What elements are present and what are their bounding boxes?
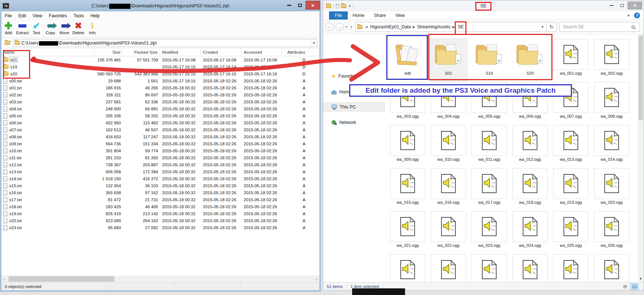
address-dropdown-button[interactable]: ▼	[311, 39, 317, 47]
table-row[interactable]: s20.txt923 089264 1622015-05-18 00:32201…	[1, 217, 319, 224]
sidebar-item-network[interactable]: Network	[323, 118, 385, 127]
scroll-down-icon[interactable]: ▼	[638, 277, 644, 281]
audio-file-tile[interactable]: wa_014.ogg	[593, 125, 630, 167]
breadcrumb-collapse[interactable]: «	[364, 24, 369, 29]
audio-file-tile[interactable]: wa_001.ogg	[552, 39, 589, 81]
explorer-titlebar[interactable]: SE | ▼ | ×	[323, 0, 644, 11]
audio-file-tile[interactable]: wa_020.ogg	[593, 168, 630, 210]
folder-tile[interactable]: S01	[430, 39, 467, 81]
folder-tile[interactable]: S20	[512, 39, 548, 81]
table-row[interactable]: s05.txt205 33658 2022015-05-18 00:322015…	[1, 112, 319, 119]
audio-file-tile[interactable]: wa_025.ogg	[552, 211, 589, 253]
address-combobox[interactable]: C:\Users\Downloads\Higurashi\HigurashiPS…	[13, 39, 317, 47]
folder-tile[interactable]: edit	[389, 39, 426, 81]
audio-file-tile[interactable]: wa_023.ogg	[471, 211, 508, 253]
audio-file-tile[interactable]	[552, 254, 589, 282]
forward-button[interactable]: →	[336, 23, 344, 31]
help-button[interactable]: ?	[634, 13, 640, 18]
tab-home[interactable]: Home	[348, 11, 369, 19]
back-button[interactable]: ←	[325, 23, 333, 31]
menu-favorites[interactable]: Favorites	[46, 12, 70, 19]
table-row[interactable]: s08.txt416 653117 2472015-05-18 00:32201…	[1, 133, 319, 140]
table-row[interactable]: s01.txt186 91649 2652015-05-18 00:322015…	[1, 84, 319, 91]
menu-tools[interactable]: Tools	[70, 12, 87, 19]
breadcrumb-item[interactable]: StreamingAssets	[416, 24, 452, 29]
audio-file-tile[interactable]: wa_008.ogg	[593, 82, 630, 124]
maximize-button[interactable]	[294, 1, 305, 10]
scrollbar-thumb[interactable]	[638, 36, 643, 120]
table-row[interactable]: s00.txt29 6881 5612015-05-17 18:152015-0…	[1, 77, 319, 84]
close-button[interactable]: ×	[305, 1, 320, 10]
up-one-level-button[interactable]: ↑	[3, 39, 11, 47]
column-header-modified[interactable]: Modified	[160, 49, 200, 56]
move-button[interactable]: Move	[57, 20, 71, 37]
audio-file-tile[interactable]: wa_015.ogg	[389, 168, 426, 210]
audio-file-tile[interactable]: wa_009.ogg	[389, 125, 426, 167]
extract-button[interactable]: Extract	[15, 20, 29, 37]
breadcrumb-item[interactable]: HigurashiEp01_Data	[369, 24, 412, 29]
folder-tile[interactable]: S19	[471, 39, 508, 81]
table-row[interactable]: s03.txt237 58162 3362015-05-18 00:322015…	[1, 98, 319, 105]
column-header-size[interactable]: Size	[94, 49, 122, 56]
audio-file-tile[interactable]	[430, 254, 467, 282]
table-row[interactable]: s20580 093 725543 383 9662015-05-17 16:1…	[1, 70, 319, 77]
table-row[interactable]: s16.txt355 65897 1622015-05-18 00:322015…	[1, 189, 319, 196]
table-row[interactable]: s13.txt606 058172 3842015-05-18 00:32201…	[1, 168, 319, 175]
table-row[interactable]: s11.txt281 33381 3552015-05-18 00:322015…	[1, 154, 319, 161]
table-row[interactable]: s18.txt183 42946 4052015-05-18 00:322015…	[1, 203, 319, 210]
tab-file[interactable]: File	[329, 11, 348, 19]
audio-file-tile[interactable]	[471, 254, 508, 282]
table-row[interactable]: s23.txt95 68327 0822015-05-18 00:322015-…	[1, 224, 319, 231]
audio-file-tile[interactable]	[512, 254, 548, 282]
breadcrumb[interactable]: « HigurashiEp01_Data ▶ StreamingAssets ▶…	[355, 22, 547, 32]
table-row[interactable]: s06.txt432 950115 4822015-05-18 00:32201…	[1, 119, 319, 126]
table-row[interactable]: s01105 376 48197 591 7092015-05-17 16:08…	[1, 56, 319, 63]
breadcrumb-item-current[interactable]: SE	[455, 24, 466, 29]
folder-icon[interactable]	[326, 4, 331, 8]
menu-view[interactable]: View	[29, 12, 46, 19]
audio-file-tile[interactable]: wa_026.ogg	[593, 211, 630, 253]
thumbnail-view-button[interactable]	[630, 283, 638, 290]
audio-file-tile[interactable]: wa_024.ogg	[512, 211, 548, 253]
horizontal-scrollbar[interactable]: ‹ ›	[1, 276, 319, 282]
audio-file-tile[interactable]: wa_013.ogg	[552, 125, 589, 167]
delete-button[interactable]: ✖ Delete	[71, 20, 85, 37]
new-folder-icon[interactable]	[341, 4, 346, 8]
audio-file-tile[interactable]: wa_018.ogg	[512, 168, 548, 210]
properties-icon[interactable]	[336, 4, 339, 8]
audio-file-tile[interactable]: wa_019.ogg	[552, 168, 589, 210]
table-row[interactable]: s10.txt391 80499 7742015-05-18 00:322015…	[1, 147, 319, 154]
add-button[interactable]: ✚ Add	[1, 20, 15, 37]
search-box[interactable]	[559, 22, 640, 32]
audio-file-tile[interactable]: wa_016.ogg	[430, 168, 467, 210]
scroll-right-icon[interactable]: ›	[313, 277, 319, 281]
tab-share[interactable]: Share	[369, 11, 390, 19]
minimize-button[interactable]	[283, 1, 294, 10]
table-row[interactable]: s192015-05-17 16:152015-05-17 16:142015-…	[1, 63, 319, 70]
ribbon-collapse-icon[interactable]: ▼	[627, 14, 630, 18]
recent-locations-dropdown[interactable]: ▼	[345, 25, 348, 29]
scrollbar-thumb[interactable]	[8, 276, 114, 282]
table-row[interactable]: s02.txt326 31186 6972015-05-18 00:322015…	[1, 91, 319, 98]
audio-file-tile[interactable]: wa_022.ogg	[430, 211, 467, 253]
refresh-button[interactable]: ↻	[547, 22, 557, 32]
up-button[interactable]: ↑	[350, 24, 353, 30]
table-row[interactable]: s09.txt564 736151 3342015-05-18 00:32201…	[1, 140, 319, 147]
menu-help[interactable]: Help	[87, 12, 103, 19]
table-row[interactable]: s19.txt826 419213 1422015-05-18 00:32201…	[1, 210, 319, 217]
vertical-scrollbar[interactable]: ▼	[638, 34, 644, 282]
info-button[interactable]: i Info	[85, 20, 99, 37]
column-header-name[interactable]: Name	[1, 49, 94, 56]
column-header-accessed[interactable]: Accessed	[241, 49, 282, 56]
audio-file-tile[interactable]: wa_002.ogg	[593, 39, 630, 81]
audio-file-tile[interactable]: wa_011.ogg	[471, 125, 508, 167]
address-dropdown-button[interactable]: ▼	[539, 25, 547, 29]
column-header-created[interactable]: Created	[200, 49, 241, 56]
table-row[interactable]: s14.txt1 518 150416 3722015-05-18 00:322…	[1, 175, 319, 182]
audio-file-tile[interactable]: wa_021.ogg	[389, 211, 426, 253]
tab-view[interactable]: View	[390, 11, 409, 19]
details-view-button[interactable]: ▤	[621, 283, 629, 290]
menu-file[interactable]: File	[1, 12, 15, 19]
column-header-packed-size[interactable]: Packed Size	[122, 49, 160, 56]
menu-edit[interactable]: Edit	[15, 12, 29, 19]
